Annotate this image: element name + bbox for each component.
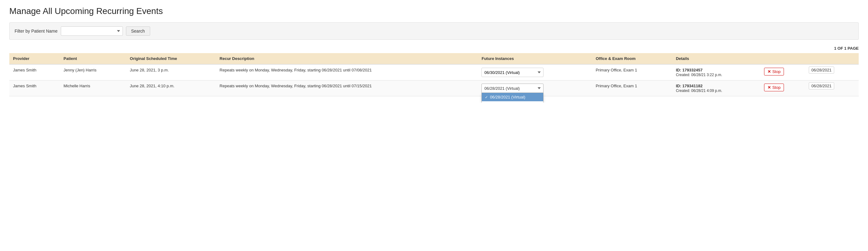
stop-label: Stop — [772, 85, 780, 90]
x-icon: ✕ — [768, 85, 771, 90]
col-patient: Patient — [60, 53, 126, 64]
cell-office: Primary Office, Exam 1 — [592, 80, 672, 96]
col-provider: Provider — [9, 53, 60, 64]
dropdown-option[interactable]: 06/30/2021 (Virtual) — [482, 101, 543, 103]
detail-id: ID: 179341182 — [676, 84, 703, 88]
detail-id: ID: 179332457 — [676, 68, 703, 73]
future-instance-dropdown-open[interactable]: 06/28/2021 (Virtual)✓06/28/2021 (Virtual… — [482, 84, 544, 93]
patient-name-filter[interactable] — [61, 26, 123, 36]
filter-bar: Filter by Patient Name Search — [9, 22, 859, 40]
cell-date: 06/28/2021 — [805, 64, 859, 80]
cell-recur-description: Repeats weekly on Monday, Wednesday, Fri… — [216, 80, 478, 96]
cell-date: 06/28/2021 — [805, 80, 859, 96]
x-icon: ✕ — [768, 69, 771, 74]
cell-stop: ✕Stop — [761, 80, 805, 96]
col-future-instances: Future Instances — [478, 53, 592, 64]
page-title: Manage All Upcoming Recurring Events — [9, 6, 859, 16]
future-instance-select[interactable]: 06/30/2021 (Virtual) — [482, 68, 544, 77]
table-row: James SmithJenny (Jen) HarrisJune 28, 20… — [9, 64, 859, 80]
col-stop — [761, 53, 805, 64]
option-label: 06/28/2021 (Virtual) — [490, 95, 525, 100]
cell-office: Primary Office, Exam 1 — [592, 64, 672, 80]
dropdown-option[interactable]: ✓06/28/2021 (Virtual) — [482, 93, 543, 101]
dropdown-display[interactable]: 06/28/2021 (Virtual) — [482, 84, 544, 93]
filter-label: Filter by Patient Name — [14, 29, 58, 33]
table-row: James SmithMichelle HarrisJune 28, 2021,… — [9, 80, 859, 96]
search-button[interactable]: Search — [126, 26, 150, 36]
cell-scheduled-time: June 28, 2021, 3 p.m. — [126, 64, 216, 80]
stop-button[interactable]: ✕Stop — [764, 68, 784, 76]
cell-future-instances[interactable]: 06/30/2021 (Virtual) — [478, 64, 592, 80]
stop-label: Stop — [772, 69, 780, 74]
cell-details: ID: 179341182Created: 06/28/21 4:09 p.m. — [672, 80, 761, 96]
cell-provider: James Smith — [9, 80, 60, 96]
cell-future-instances[interactable]: 06/28/2021 (Virtual)✓06/28/2021 (Virtual… — [478, 80, 592, 96]
date-value: 06/28/2021 — [809, 66, 834, 74]
cell-recur-description: Repeats weekly on Monday, Wednesday, Fri… — [216, 64, 478, 80]
cell-provider: James Smith — [9, 64, 60, 80]
col-office: Office & Exam Room — [592, 53, 672, 64]
cell-patient: Jenny (Jen) Harris — [60, 64, 126, 80]
col-date — [805, 53, 859, 64]
checkmark-icon: ✓ — [485, 95, 488, 100]
recurring-events-table: Provider Patient Original Scheduled Time… — [9, 53, 859, 96]
table-header-row: Provider Patient Original Scheduled Time… — [9, 53, 859, 64]
col-recur-description: Recur Description — [216, 53, 478, 64]
cell-patient: Michelle Harris — [60, 80, 126, 96]
col-scheduled-time: Original Scheduled Time — [126, 53, 216, 64]
date-value: 06/28/2021 — [809, 82, 834, 89]
cell-stop: ✕Stop — [761, 64, 805, 80]
pagination-info: 1 OF 1 PAGE — [9, 46, 859, 51]
cell-details: ID: 179332457Created: 06/28/21 3:22 p.m. — [672, 64, 761, 80]
detail-created: Created: 06/28/21 3:22 p.m. — [676, 73, 722, 77]
cell-scheduled-time: June 28, 2021, 4:10 p.m. — [126, 80, 216, 96]
detail-created: Created: 06/28/21 4:09 p.m. — [676, 88, 722, 93]
col-details: Details — [672, 53, 761, 64]
stop-button[interactable]: ✕Stop — [764, 84, 784, 91]
dropdown-list: ✓06/28/2021 (Virtual)06/30/2021 (Virtual… — [482, 93, 544, 103]
